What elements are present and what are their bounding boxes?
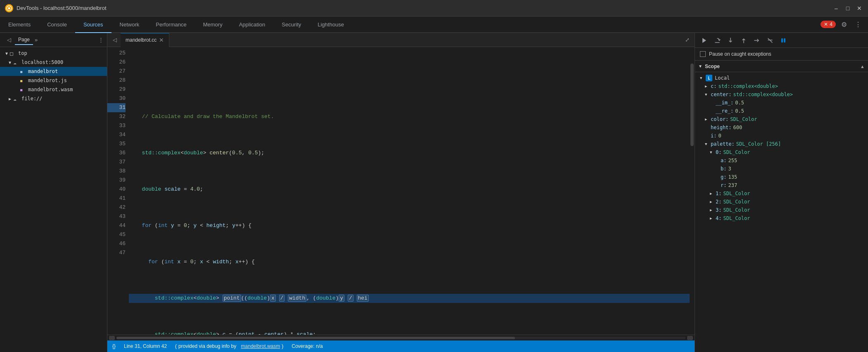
tree-item-top[interactable]: ▼ □ top <box>0 49 107 58</box>
error-badge[interactable]: ✕ 4 <box>821 21 836 28</box>
tab-application[interactable]: Application <box>231 17 274 33</box>
tree-item-mandelbrot-wasm[interactable]: ▶ ▪ mandelbrot.wasm <box>0 85 107 94</box>
code-area[interactable]: 25 26 27 28 29 30 31 32 33 34 35 36 37 3… <box>107 47 695 335</box>
tab-elements[interactable]: Elements <box>0 17 39 33</box>
code-content[interactable]: // Calculate and draw the Mandelbrot set… <box>129 47 690 335</box>
scope-palette-0-r[interactable]: ▶ r: 237 <box>695 181 868 189</box>
scope-local-label: Local <box>715 75 730 81</box>
panel-tab-page[interactable]: Page <box>15 35 33 45</box>
deactivate-button[interactable] <box>764 35 776 46</box>
pause-button[interactable] <box>778 35 789 46</box>
scope-i[interactable]: ▶ i: 0 <box>695 132 868 140</box>
format-icon: {} <box>112 343 116 349</box>
scope-palette-0-b[interactable]: ▶ b: 3 <box>695 165 868 173</box>
panel-nav-back[interactable]: ◁ <box>3 34 15 46</box>
scope-center-im[interactable]: ▶ __im_: 0.5 <box>695 99 868 107</box>
scope-palette-0-g[interactable]: ▶ g: 135 <box>695 173 868 181</box>
cloud-icon-localhost: ☁ <box>13 59 20 66</box>
tree-item-mandelbrot[interactable]: ▶ ▪ mandelbrot <box>0 67 107 76</box>
horizontal-scrollbar-area <box>107 335 695 340</box>
footer-source-text: ( <box>175 343 177 349</box>
title-bar: DevTools - localhost:5000/mandelbrot – □… <box>0 0 868 17</box>
scope-palette[interactable]: ▼ palette: SDL_Color [256] <box>695 140 868 148</box>
footer-format[interactable]: {} <box>112 343 116 349</box>
scope-local-arrow: ▼ <box>700 76 706 80</box>
code-line-27: std::complex<double> center(0.5, 0.5); <box>129 149 690 158</box>
arrow-localhost: ▼ <box>7 60 13 65</box>
scope-palette-3[interactable]: ▶ 3: SDL_Color <box>695 206 868 214</box>
line-numbers: 25 26 27 28 29 30 31 32 33 34 35 36 37 3… <box>107 47 129 335</box>
tree-item-localhost[interactable]: ▼ ☁ localhost:5000 <box>0 58 107 67</box>
tab-performance[interactable]: Performance <box>147 17 194 33</box>
footer-source-link[interactable]: mandelbrot.wasm <box>241 343 280 349</box>
editor-expand-btn[interactable]: ⤢ <box>681 34 693 46</box>
hscroll-right[interactable] <box>687 336 693 340</box>
error-count: 4 <box>830 21 832 27</box>
svg-marker-2 <box>702 38 706 43</box>
scope-palette-1[interactable]: ▶ 1: SDL_Color <box>695 189 868 198</box>
tab-lighthouse[interactable]: Lighthouse <box>309 17 352 33</box>
hscroll-thumb[interactable] <box>116 337 515 339</box>
tab-network[interactable]: Network <box>111 17 148 33</box>
tree-item-file[interactable]: ▶ ☁ file:// <box>0 94 107 103</box>
pause-exceptions-checkbox[interactable] <box>700 51 706 57</box>
tab-console[interactable]: Console <box>39 17 75 33</box>
more-button[interactable]: ⋮ <box>852 19 864 30</box>
horizontal-scrollbar[interactable] <box>116 337 685 339</box>
step-over-button[interactable] <box>711 35 723 46</box>
scope-height[interactable]: ▶ height: 600 <box>695 123 868 132</box>
svg-point-1 <box>8 7 10 9</box>
code-line-28: double scale = 4.0; <box>129 185 690 194</box>
scope-center[interactable]: ▼ center: std::complex<double> <box>695 90 868 99</box>
code-line-25 <box>129 76 690 85</box>
scope-center-re[interactable]: ▶ __re_: 0.5 <box>695 107 868 115</box>
footer-position[interactable]: Line 31, Column 42 <box>124 343 167 349</box>
vertical-scrollbar[interactable] <box>690 47 695 335</box>
step-button[interactable] <box>751 35 763 46</box>
footer-coverage[interactable]: Coverage: n/a <box>292 343 323 349</box>
step-out-button[interactable] <box>738 35 749 46</box>
footer-close-paren: ) <box>282 343 283 349</box>
maximize-button[interactable]: □ <box>844 5 851 12</box>
tab-security[interactable]: Security <box>273 17 309 33</box>
editor-tabs: ◁ mandelbrot.cc ✕ ⤢ <box>107 33 695 47</box>
toolbar-right: ✕ 4 ⚙ ⋮ <box>821 17 868 32</box>
footer-source-info: ( provided via debug info by mandelbrot.… <box>175 343 283 349</box>
main-area: ◁ Page » ⋮ ▼ □ top ▼ ☁ localhost:5000 ▶ <box>0 33 868 352</box>
editor-footer: {} Line 31, Column 42 ( provided via deb… <box>107 340 695 352</box>
scope-palette-4[interactable]: ▶ 4: SDL_Color <box>695 214 868 222</box>
scope-local-header[interactable]: ▼ L Local <box>695 74 868 82</box>
pause-exceptions-row: Pause on caught exceptions <box>695 48 868 61</box>
scope-collapse[interactable]: ▲ <box>860 64 865 69</box>
code-line-30: for (int x = 0; x < width; x++) { <box>129 258 690 267</box>
scrollbar-thumb[interactable] <box>690 64 694 146</box>
settings-button[interactable]: ⚙ <box>838 19 850 30</box>
scope-section-header[interactable]: ▼ Scope ▲ <box>695 61 868 72</box>
scope-palette-0[interactable]: ▼ 0: SDL_Color <box>695 148 868 156</box>
cloud-icon-file: ☁ <box>13 96 20 102</box>
editor-tab-close[interactable]: ✕ <box>159 37 164 43</box>
window-controls: – □ ✕ <box>832 5 863 12</box>
scope-c[interactable]: ▶ c: std::complex<double> <box>695 82 868 90</box>
resume-button[interactable] <box>698 35 710 46</box>
hscroll-left[interactable] <box>109 336 115 340</box>
close-button[interactable]: ✕ <box>856 5 863 12</box>
arrow-file: ▶ <box>7 97 13 101</box>
window-title: DevTools - localhost:5000/mandelbrot <box>17 5 832 11</box>
step-into-button[interactable] <box>725 35 736 46</box>
svg-rect-10 <box>784 38 785 43</box>
tab-memory[interactable]: Memory <box>195 17 231 33</box>
editor-tab-mandelbrot[interactable]: mandelbrot.cc ✕ <box>121 33 169 47</box>
minimize-button[interactable]: – <box>832 5 840 12</box>
tab-sources[interactable]: Sources <box>75 17 111 33</box>
scope-palette-2[interactable]: ▶ 2: SDL_Color <box>695 198 868 206</box>
tree-item-mandelbrot-js[interactable]: ▶ ▪ mandelbrot.js <box>0 76 107 85</box>
debug-panel: Pause on caught exceptions ▼ Scope ▲ ▼ L… <box>695 33 868 352</box>
panel-tab-menu[interactable]: ⋮ <box>98 37 104 43</box>
footer-provided-text: provided via debug info by <box>178 343 236 349</box>
error-icon: ✕ <box>824 21 828 27</box>
scope-palette-0-a[interactable]: ▶ a: 255 <box>695 156 868 165</box>
scope-color[interactable]: ▶ color: SDL_Color <box>695 115 868 123</box>
editor-nav-back[interactable]: ◁ <box>109 34 121 46</box>
panel-tab-more[interactable]: » <box>35 37 38 43</box>
